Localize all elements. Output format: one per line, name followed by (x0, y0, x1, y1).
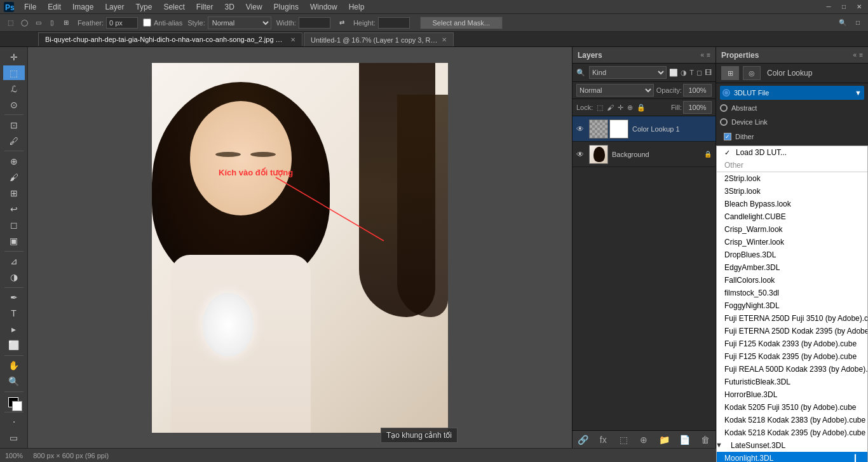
canvas-area[interactable]: Kích vào đối tượng Tạo khung cảnh tối (28, 47, 572, 448)
layers-menu-icon[interactable]: ≡ (707, 51, 710, 58)
stamp-tool[interactable]: ⊞ (3, 186, 25, 200)
history-brush-tool[interactable]: ↩ (3, 202, 25, 217)
dropdown-item-candlelight[interactable]: Candlelight.CUBE (717, 210, 867, 223)
screen-mode-tool[interactable]: ▭ (3, 431, 25, 445)
dropdown-item-kodak-5218-2[interactable]: Kodak 5218 Kodak 2395 (by Adobe).cube (717, 426, 867, 439)
layer-filter-shape-icon[interactable]: ◻ (696, 69, 702, 77)
lock-artboard-icon[interactable]: ⊕ (627, 104, 633, 112)
healing-tool[interactable]: ⊕ (3, 154, 25, 168)
menu-filter[interactable]: Filter (191, 1, 219, 13)
dropdown-item-other[interactable]: Other (717, 159, 867, 172)
layer-effects-btn[interactable]: fx (595, 432, 611, 447)
search-layers-icon[interactable]: 🔍 (576, 69, 585, 77)
dropdown-item-load-lut[interactable]: ✓ Load 3D LUT... (717, 146, 867, 159)
device-link-radio[interactable] (720, 118, 728, 126)
quick-select-tool[interactable]: ⊙ (3, 97, 25, 112)
layer-item-background[interactable]: 👁 Background 🔒 (573, 142, 715, 167)
ellipse-marquee-icon[interactable]: ◯ (18, 17, 31, 29)
lock-position-icon[interactable]: ✛ (618, 104, 623, 112)
layer-mask-btn[interactable]: ⬚ (616, 432, 631, 447)
eraser-tool[interactable]: ◻ (3, 218, 25, 233)
properties-menu-icon[interactable]: ≡ (859, 51, 863, 58)
new-layer-btn[interactable]: 📄 (677, 432, 693, 447)
col-marquee-icon[interactable]: ▯ (46, 17, 58, 29)
dropdown-item-dropblues[interactable]: DropBlues.3DL (717, 248, 867, 261)
dropdown-item-kodak-5218-1[interactable]: Kodak 5218 Kodak 2383 (by Adobe).cube (717, 414, 867, 426)
pen-tool[interactable]: ✒ (3, 290, 25, 305)
lock-transparent-icon[interactable]: ⬚ (597, 104, 603, 112)
dropdown-item-crisp-winter[interactable]: Crisp_Winter.look (717, 236, 867, 248)
menu-layer[interactable]: Layer (100, 1, 129, 13)
tab-secondary-close[interactable]: ✕ (442, 36, 447, 43)
menu-select[interactable]: Select (158, 1, 189, 13)
layer-filter-adjust-icon[interactable]: ◑ (681, 69, 687, 77)
lut-dropdown-list[interactable]: ✓ Load 3D LUT... Other 2Strip.look 3Stri… (716, 146, 868, 462)
dropdown-item-kodak-5205[interactable]: Kodak 5205 Fuji 3510 (by Adobe).cube (717, 401, 867, 414)
style-select[interactable]: Normal (208, 17, 271, 29)
hand-tool[interactable]: ✋ (3, 358, 25, 373)
shape-tool[interactable]: ⬜ (3, 338, 25, 353)
delete-layer-btn[interactable]: 🗑 (698, 432, 713, 447)
dropdown-item-fuji-eterna-1[interactable]: Fuji ETERNA 250D Fuji 3510 (by Adobe).cu… (717, 312, 867, 325)
properties-collapse-icon[interactable]: « (853, 51, 857, 58)
dropdown-item-edgyamber[interactable]: EdgyAmber.3DL (717, 261, 867, 274)
rect-marquee-icon[interactable]: ⬚ (4, 17, 17, 29)
anti-alias-checkbox[interactable] (143, 18, 151, 27)
layer-filter-pixel-icon[interactable]: ⬜ (669, 69, 678, 77)
zoom-tool[interactable]: 🔍 (3, 374, 25, 389)
brush-tool[interactable]: 🖌 (3, 170, 25, 184)
swap-wh-icon[interactable]: ⇄ (336, 17, 348, 29)
dropdown-item-futuristic[interactable]: FuturisticBleak.3DL (717, 376, 867, 388)
dropdown-item-fuji-f125-1[interactable]: Fuji F125 Kodak 2393 (by Adobe).cube (717, 337, 867, 350)
select-mask-btn[interactable]: Select and Mask... (420, 17, 503, 29)
menu-image[interactable]: Image (67, 1, 98, 13)
dropdown-item-bleach[interactable]: Bleach Bypass.look (717, 198, 867, 210)
tab-main[interactable]: Bi-quyet-chup-anh-dep-tai-gia-Nghi-dich-… (38, 32, 302, 46)
menu-file[interactable]: File (19, 1, 41, 13)
new-group-btn[interactable]: 📁 (657, 432, 672, 447)
minimize-btn[interactable]: ─ (822, 1, 835, 13)
marquee-tool[interactable]: ⬚ (3, 65, 25, 80)
dropdown-item-crisp-warm[interactable]: Crisp_Warm.look (717, 223, 867, 236)
abstract-radio[interactable] (720, 104, 728, 112)
layer-vis-icon-2[interactable]: 👁 (576, 150, 585, 159)
workspace-icon[interactable]: □ (851, 17, 864, 29)
dropdown-item-latesunset[interactable]: ▼ LateSunset.3DL (717, 439, 867, 452)
menu-edit[interactable]: Edit (43, 1, 66, 13)
lut-file-radio[interactable] (722, 89, 730, 97)
dropdown-item-horrorblue[interactable]: HorrorBlue.3DL (717, 388, 867, 401)
lock-all-icon[interactable]: 🔒 (637, 104, 646, 112)
device-link-option[interactable]: Device Link (720, 115, 864, 129)
blend-mode-select[interactable]: Normal (576, 84, 654, 97)
dropdown-item-fuji-f125-2[interactable]: Fuji F125 Kodak 2395 (by Adobe).cube (717, 350, 867, 363)
gradient-tool[interactable]: ▣ (3, 234, 25, 248)
layer-kind-select[interactable]: Kind (589, 66, 667, 79)
eyedropper-tool[interactable]: 🖋 (3, 133, 25, 148)
height-input[interactable] (378, 17, 410, 29)
prop-tab-circle-icon[interactable]: ◎ (743, 66, 761, 80)
link-layers-btn[interactable]: 🔗 (575, 432, 590, 447)
menu-plugins[interactable]: Plugins (269, 1, 304, 13)
other-option[interactable]: Abstract (720, 101, 864, 115)
dropdown-item-fuji-reala[interactable]: Fuji REALA 500D Kodak 2393 (by Adobe).cu… (717, 363, 867, 376)
close-btn[interactable]: ✕ (853, 1, 865, 13)
dither-checkbox[interactable] (724, 133, 731, 140)
crop-tool[interactable]: ⊡ (3, 118, 25, 132)
layer-filter-smart-icon[interactable]: 🎞 (705, 69, 712, 76)
menu-window[interactable]: Window (305, 1, 342, 13)
path-select-tool[interactable]: ▸ (3, 322, 25, 337)
menu-view[interactable]: View (241, 1, 268, 13)
layer-adjust-btn[interactable]: ⊕ (636, 432, 651, 447)
dodge-tool[interactable]: ◑ (3, 270, 25, 285)
menu-type[interactable]: Type (130, 1, 157, 13)
lock-image-icon[interactable]: 🖌 (607, 104, 614, 111)
dropdown-item-moonlight[interactable]: Moonlight.3DL ▎ (717, 452, 867, 462)
dropdown-item-3strip[interactable]: 3Strip.look (717, 185, 867, 198)
lut-file-option[interactable]: 3DLUT File ▼ (720, 86, 864, 100)
tab-main-close[interactable]: ✕ (290, 36, 295, 43)
opacity-input[interactable] (683, 84, 712, 97)
layers-collapse-icon[interactable]: « (701, 51, 705, 58)
move-tool[interactable]: ✛ (3, 50, 25, 64)
search-icon[interactable]: 🔍 (836, 17, 849, 29)
dropdown-item-2strip[interactable]: 2Strip.look (717, 172, 867, 185)
